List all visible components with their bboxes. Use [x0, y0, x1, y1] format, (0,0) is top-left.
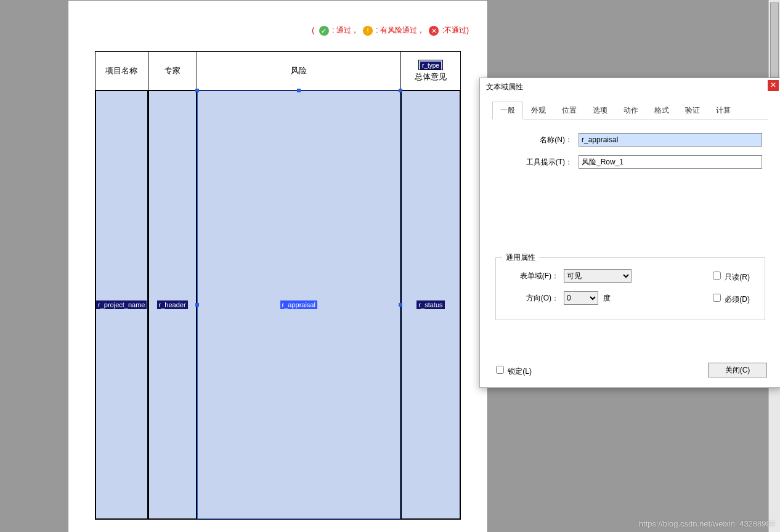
- dialog-footer: 锁定(L) 关闭(C): [480, 363, 780, 377]
- tab-format[interactable]: 格式: [646, 102, 677, 119]
- field-r-type[interactable]: r_type: [418, 60, 443, 70]
- dialog-title[interactable]: 文本域属性 ✕: [480, 78, 780, 95]
- th-risk: 风险: [291, 66, 307, 75]
- name-input[interactable]: [579, 133, 762, 147]
- th-project-name: 项目名称: [105, 66, 137, 75]
- resize-handle-icon[interactable]: [195, 89, 199, 92]
- close-button[interactable]: 关闭(C): [708, 363, 767, 377]
- direction-label: 方向(O)：: [506, 293, 564, 304]
- field-r-status[interactable]: r_status: [401, 91, 460, 519]
- field-label-project-name: r_project_name: [96, 300, 147, 309]
- tab-actions[interactable]: 动作: [615, 102, 646, 119]
- form-table: 项目名称 专家 风险 r_type 总体意见 r_project_name: [95, 51, 461, 520]
- field-r-project-name[interactable]: r_project_name: [95, 91, 148, 519]
- fail-icon: ✕: [429, 26, 439, 36]
- tab-appearance[interactable]: 外观: [523, 102, 554, 119]
- direction-unit: 度: [603, 293, 611, 304]
- resize-handle-icon[interactable]: [399, 89, 402, 92]
- readonly-checkbox[interactable]: 只读(R): [697, 270, 755, 283]
- th-expert: 专家: [165, 66, 181, 75]
- tab-options[interactable]: 选项: [585, 102, 615, 119]
- direction-select[interactable]: 0: [564, 291, 598, 305]
- tab-general[interactable]: 一般: [492, 102, 523, 119]
- field-r-appraisal[interactable]: r_appraisal: [197, 91, 400, 519]
- common-properties-group: 通用属性 表单域(F)： 可见 只读(R) 方向(O)： 0 度 必须(D): [495, 257, 765, 320]
- workspace: ( ✓ : 通过， ! : 有风险通过， ✕ :不通过) 项目名称 专家 风险 …: [0, 0, 780, 532]
- resize-handle-icon[interactable]: [399, 303, 402, 307]
- text-field-properties-dialog: 文本域属性 ✕ 一般 外观 位置 选项 动作 格式 验证 计算 名称(N)： 工…: [479, 78, 780, 388]
- legend-fail-label: :不通过): [442, 26, 469, 34]
- resize-handle-icon[interactable]: [297, 89, 301, 92]
- th-opinion: 总体意见: [415, 71, 447, 83]
- warn-icon: !: [363, 26, 373, 36]
- legend-open: (: [312, 26, 314, 34]
- field-label-header: r_header: [157, 300, 188, 309]
- legend-warn-label: : 有风险通过，: [376, 26, 425, 34]
- dialog-tabs: 一般 外观 位置 选项 动作 格式 验证 计算: [492, 102, 768, 119]
- field-r-header[interactable]: r_header: [148, 91, 197, 519]
- formfield-label: 表单域(F)：: [506, 271, 564, 281]
- scrollbar-thumb[interactable]: [770, 2, 779, 78]
- tab-position[interactable]: 位置: [554, 102, 585, 119]
- name-label: 名称(N)：: [498, 135, 579, 145]
- resize-handle-icon[interactable]: [195, 303, 199, 307]
- field-label-appraisal: r_appraisal: [280, 300, 317, 309]
- group-title: 通用属性: [502, 252, 539, 263]
- field-label-r-type: r_type: [420, 62, 441, 70]
- tab-body-general: 名称(N)： 工具提示(T)：: [480, 119, 780, 183]
- tab-validate[interactable]: 验证: [677, 102, 708, 119]
- tooltip-label: 工具提示(T)：: [498, 157, 579, 167]
- close-icon[interactable]: ✕: [768, 80, 779, 91]
- pdf-page: ( ✓ : 通过， ! : 有风险通过， ✕ :不通过) 项目名称 专家 风险 …: [68, 0, 488, 532]
- pass-icon: ✓: [319, 26, 329, 36]
- formfield-select[interactable]: 可见: [564, 269, 632, 283]
- required-checkbox[interactable]: 必须(D): [697, 292, 755, 305]
- watermark-text: https://blog.csdn.net/weixin_43288999: [639, 519, 775, 528]
- field-label-status: r_status: [416, 300, 444, 309]
- dialog-title-text: 文本域属性: [486, 83, 523, 91]
- legend-pass-label: : 通过，: [332, 26, 359, 34]
- lock-checkbox[interactable]: 锁定(L): [494, 364, 532, 377]
- status-legend: ( ✓ : 通过， ! : 有风险通过， ✕ :不通过): [161, 25, 487, 38]
- tab-calculate[interactable]: 计算: [708, 102, 739, 119]
- tooltip-input[interactable]: [579, 155, 762, 169]
